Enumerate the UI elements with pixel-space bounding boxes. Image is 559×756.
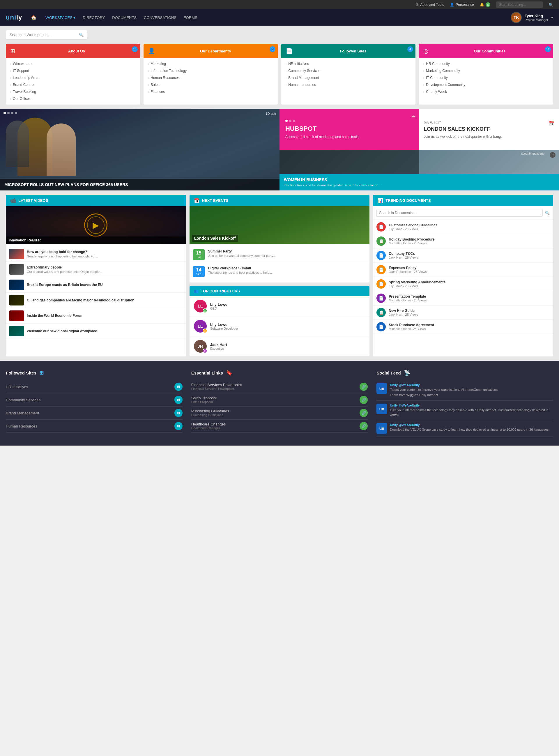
nav-forms[interactable]: FORMS bbox=[184, 16, 197, 20]
contributor-item-2[interactable]: LL D Lily Lowe Software Developer bbox=[189, 316, 370, 336]
doc-item-3[interactable]: 📄 Company T&Cs Jack Hart - 28 Views bbox=[373, 248, 553, 263]
dot-3[interactable] bbox=[11, 112, 14, 114]
nav-workspaces[interactable]: WORKSPACES ▾ bbox=[45, 16, 75, 20]
contributor-item-3[interactable]: JH E Jack Hart Executive bbox=[189, 336, 370, 356]
ws-item-it-dept[interactable]: ›Information Technology bbox=[143, 67, 278, 74]
footer-link-icon-1[interactable]: 🔗 bbox=[360, 383, 368, 391]
hubspot-card[interactable]: ☁ HUBSPOT Access a full stack of marketi… bbox=[280, 109, 419, 150]
doc-item-2[interactable]: 📋 Holiday Booking Procedure Michelle Obr… bbox=[373, 234, 553, 248]
nav-documents[interactable]: DOCUMENTS bbox=[112, 16, 137, 20]
ws-item-it[interactable]: ›IT Support bbox=[6, 67, 140, 74]
logo[interactable]: unily bbox=[6, 14, 22, 21]
notifications-link[interactable]: 🔔 6 bbox=[480, 2, 490, 7]
video-featured-thumb[interactable]: ▶ Innovation Realized bbox=[6, 206, 186, 244]
nav-directory[interactable]: DIRECTORY bbox=[83, 16, 105, 20]
ws-item-marketing[interactable]: ›Marketing bbox=[143, 60, 278, 67]
ws-item-finances[interactable]: ›Finances bbox=[143, 88, 278, 95]
doc-item-5[interactable]: 📄 Spring Marketing Announcements Lily Lo… bbox=[373, 277, 553, 291]
ws-item-charity[interactable]: ›Charity Week bbox=[419, 88, 553, 95]
workspace-search-input[interactable] bbox=[9, 32, 76, 37]
footer-followed-link-2[interactable]: ⊞ bbox=[174, 396, 182, 404]
ws-item-offices[interactable]: ›Our Offices bbox=[6, 95, 140, 102]
footer-followed-link-1[interactable]: ⊞ bbox=[174, 383, 182, 391]
chevron-down-icon[interactable]: ▾ bbox=[551, 16, 553, 20]
doc-item-4[interactable]: 📄 Expenses Policy Jack Robertson - 28 Vi… bbox=[373, 263, 553, 277]
cloud-icon: ☁ bbox=[410, 112, 416, 119]
video-item-5[interactable]: Inside the World Economic Forum bbox=[6, 308, 186, 324]
footer-link-4[interactable]: Healthcare Changes Healthcare Changes 🔗 bbox=[191, 420, 368, 433]
personalise-link[interactable]: 👤 Personalise bbox=[450, 3, 474, 7]
ws-item-sales[interactable]: ›Sales bbox=[143, 81, 278, 88]
footer-link-icon-4[interactable]: 🔗 bbox=[360, 422, 368, 430]
doc-search-input[interactable] bbox=[377, 209, 543, 217]
footer-followed-item-4[interactable]: Human Resources ⊞ bbox=[6, 420, 182, 433]
doc-item-6[interactable]: 📄 Presentation Template Michelle Obrien … bbox=[373, 291, 553, 306]
doc-item-7[interactable]: 📋 New Hire Guide Jack Hart - 28 Views bbox=[373, 306, 553, 320]
ws-item-who[interactable]: ›Who we are bbox=[6, 60, 140, 67]
workspace-card-header-communities[interactable]: ◎ Our Communities 12 bbox=[419, 44, 553, 58]
apps-tools-link[interactable]: ⊞ Apps and Tools bbox=[416, 3, 444, 7]
dot-2[interactable] bbox=[7, 112, 9, 114]
footer-followed-item-1[interactable]: HR Initiatives ⊞ bbox=[6, 380, 182, 394]
ws-item-it-community[interactable]: ›IT Community bbox=[419, 74, 553, 81]
contributor-info-3: Jack Hart Executive bbox=[210, 342, 227, 350]
ws-item-brand[interactable]: ›Brand Centre bbox=[6, 81, 140, 88]
workspace-card-header-followed[interactable]: 📄 Followed Sites 4 bbox=[281, 44, 416, 58]
workspace-card-header-dept[interactable]: 👤 Our Departments 5 bbox=[143, 44, 278, 58]
event-kickoff-card[interactable]: 📅 July 6, 2017 LONDON SALES KICKOFF Join… bbox=[419, 109, 559, 150]
ws-item-hr-community[interactable]: ›HR Community bbox=[419, 60, 553, 67]
footer-followed-link-3[interactable]: ⊞ bbox=[174, 409, 182, 417]
footer-link-text-1: Financial Services Powerpoint Financial … bbox=[191, 383, 242, 391]
ws-item-mktg-community[interactable]: ›Marketing Community bbox=[419, 67, 553, 74]
women-business-card[interactable]: about 6 hours ago 0 WOMEN IN BUSINESS Th… bbox=[280, 150, 559, 191]
ws-item-community[interactable]: ›Community Services bbox=[281, 67, 416, 74]
ws-item-dev-community[interactable]: ›Development Community bbox=[419, 81, 553, 88]
top-contributors-card: 👥 TOP CONTRIBUTORS LL C Lily Lowe CEO LL… bbox=[189, 286, 370, 356]
video-item-1[interactable]: How are you being bold for change? Gende… bbox=[6, 246, 186, 262]
video-item-4[interactable]: Oil and gas companies are facing major t… bbox=[6, 293, 186, 308]
footer-link-2[interactable]: Sales Proposal Sales Proposal 🔗 bbox=[191, 394, 368, 406]
ws-item-hr[interactable]: ›Human Resources bbox=[143, 74, 278, 81]
footer-link-icon-3[interactable]: 🔗 bbox=[360, 409, 368, 417]
women-desc: The time has come to reframe the gender … bbox=[284, 183, 555, 187]
doc-info-6: Presentation Template Michelle Obrien - … bbox=[389, 294, 427, 302]
workspace-search-bar[interactable]: 🔍 bbox=[6, 30, 87, 40]
footer-link-icon-2[interactable]: 🔗 bbox=[360, 396, 368, 404]
footer-link-3[interactable]: Purchasing Guidelines Purchasing Guideli… bbox=[191, 406, 368, 420]
video-item-6[interactable]: Welcome our new global digital workplace bbox=[6, 324, 186, 339]
ws-item-human-res[interactable]: ›Human resources bbox=[281, 81, 416, 88]
nav-conversations[interactable]: CONVERSATIONS bbox=[144, 16, 176, 20]
footer-followed-item-2[interactable]: Community Services ⊞ bbox=[6, 394, 182, 406]
social-item-1[interactable]: un Unily @WeAreUnily Target your content… bbox=[377, 380, 553, 401]
workspace-card-header[interactable]: ⊞ About Us 13 bbox=[6, 44, 140, 58]
bell-icon: 🔔 bbox=[480, 3, 484, 7]
social-item-2[interactable]: un Unily @WeAreUnily Give your internal … bbox=[377, 401, 553, 420]
doc-search-bar[interactable]: 🔍 bbox=[373, 206, 553, 220]
event-item-1[interactable]: 15 Jul Summer Party Join us for our annu… bbox=[189, 246, 370, 263]
apps-icon: ⊞ bbox=[416, 3, 419, 7]
ws-item-hr-init[interactable]: ›HR Initiatives bbox=[281, 60, 416, 67]
dot-1[interactable] bbox=[3, 112, 6, 114]
footer-link-1[interactable]: Financial Services Powerpoint Financial … bbox=[191, 380, 368, 394]
ws-item-brand-mgmt[interactable]: ›Brand Management bbox=[281, 74, 416, 81]
contributor-item-1[interactable]: LL C Lily Lowe CEO bbox=[189, 296, 370, 316]
video-item-2[interactable]: Extraordinary people Our shared values a… bbox=[6, 262, 186, 277]
top-search-input[interactable] bbox=[496, 1, 543, 8]
footer-followed-link-4[interactable]: ⊞ bbox=[174, 422, 182, 430]
social-item-3[interactable]: un Unily @WeAreUnily Download the VELUX … bbox=[377, 420, 553, 437]
social-logo-2: un bbox=[377, 404, 387, 414]
trending-docs-card: 📊 TRENDING DOCUMENTS 🔍 📄 Customer Servic… bbox=[373, 195, 553, 356]
ws-item-travel[interactable]: ›Travel Booking bbox=[6, 88, 140, 95]
event-featured-thumb[interactable]: London Sales Kickoff bbox=[189, 206, 370, 244]
doc-item-8[interactable]: 📄 Stock Purchase Agreement Michelle Obri… bbox=[373, 320, 553, 334]
doc-item-1[interactable]: 📄 Customer Service Guidelines Lily Lowe … bbox=[373, 220, 553, 234]
events-contributors-col: 📅 NEXT EVENTS London Sales Kickoff 15 Ju… bbox=[189, 195, 370, 356]
home-nav-icon[interactable]: 🏠 bbox=[31, 15, 37, 20]
ws-item-leadership[interactable]: ›Leadership Area bbox=[6, 74, 140, 81]
dot-4[interactable] bbox=[15, 112, 17, 114]
contributor-badge-2: D bbox=[203, 329, 207, 333]
three-col-section: 📹 LATEST VIDEOS ▶ Innovation Realized Ho… bbox=[0, 191, 559, 361]
footer-followed-item-3[interactable]: Brand Management ⊞ bbox=[6, 406, 182, 420]
video-item-3[interactable]: Brexit: Europe reacts as Britain leaves … bbox=[6, 277, 186, 293]
event-item-2[interactable]: 14 Sep Digital Workplace Summit The late… bbox=[189, 263, 370, 280]
